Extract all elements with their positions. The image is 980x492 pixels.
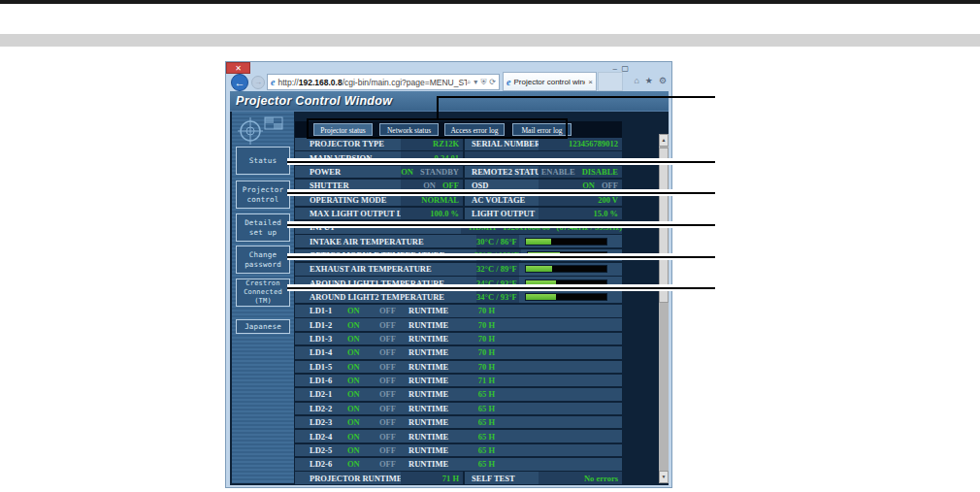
runtime-value: 70 H — [470, 306, 495, 315]
table-row: PROJECTOR RUNTIME71 HSELF TESTNo errors — [295, 472, 622, 484]
search-icon[interactable]: ⌕ — [467, 78, 471, 87]
status-label: LD1-4 — [295, 347, 347, 357]
new-tab-button[interactable] — [598, 72, 623, 91]
page-header-bar: Projector Control Window — [230, 91, 669, 112]
runtime-value: 65 H — [470, 417, 495, 427]
projector-logo-icon — [238, 114, 288, 147]
temperature-bar — [525, 238, 607, 246]
table-row: LD1-5ONOFFRUNTIME70 H — [295, 361, 622, 374]
page-scrollbar[interactable]: ▲ ▼ — [659, 134, 669, 483]
runtime-value: 70 H — [470, 347, 495, 357]
document-gray-band — [0, 34, 980, 47]
status-label: LD1-1 — [295, 306, 347, 315]
status-label: AC VOLTAGE — [465, 195, 539, 205]
runtime-value: 65 H — [470, 445, 495, 455]
runtime-value: 70 H — [470, 334, 495, 344]
callout-line-tabs-vertical — [437, 96, 439, 120]
callout-line-tabs — [437, 96, 715, 98]
table-row: AROUND LIGHT2 TEMPERATURE34°C / 93°F — [295, 291, 622, 304]
sidebar-button-japanese[interactable]: Japanese — [236, 319, 290, 334]
url-text: http://192.168.0.8/cgi-bin/main.cgi?page… — [278, 78, 466, 87]
browser-forward-button[interactable]: → — [251, 76, 265, 89]
status-value: 71 H — [442, 474, 459, 483]
status-value: NORMAL — [421, 195, 459, 205]
window-close-button[interactable]: ✕ — [226, 62, 250, 74]
scroll-up-icon[interactable]: ▲ — [659, 134, 669, 147]
table-row: MAX LIGHT OUTPUT LEVEL100.0 %LIGHT OUTPU… — [295, 208, 622, 220]
sidebar-button-detailed-set-up[interactable]: Detailed set up — [236, 213, 290, 242]
runtime-value: 65 H — [470, 459, 495, 469]
status-label: INTAKE AIR TEMPERATURE — [295, 237, 476, 246]
status-label: LD2-1 — [295, 389, 347, 399]
temperature-value: 34°C / 93°F — [476, 291, 519, 304]
status-label: SELF TEST — [465, 474, 539, 483]
status-label: PROJECTOR RUNTIME — [295, 474, 401, 483]
callout-line-change-password — [287, 253, 715, 260]
runtime-value: 70 H — [470, 320, 495, 330]
status-label: LD2-4 — [295, 432, 347, 442]
table-row: PROJECTOR TYPERZ12KSERIAL NUMBER12345678… — [295, 138, 622, 150]
status-label: SERIAL NUMBER — [465, 139, 539, 148]
status-value: 200 V — [598, 195, 618, 205]
table-row: LD1-1ONOFFRUNTIME70 H — [295, 305, 622, 317]
browser-tab[interactable]: e Projector control window × — [503, 72, 597, 91]
callout-line-status — [287, 158, 715, 165]
runtime-value: 71 H — [470, 376, 495, 385]
table-row: LD2-1ONOFFRUNTIME65 H — [295, 388, 622, 401]
favorites-icon[interactable]: ★ — [645, 76, 653, 85]
status-value: 123456789012 — [569, 139, 618, 148]
status-value: No errors — [584, 474, 618, 483]
caret-down-icon[interactable]: ▾ — [474, 78, 477, 87]
ie-favicon-icon: e — [271, 77, 275, 87]
status-value: ON — [401, 167, 413, 177]
settings-gear-icon[interactable]: ⚙ — [659, 76, 667, 85]
status-label: LIGHT OUTPUT — [465, 209, 539, 218]
status-label: LD1-2 — [295, 320, 347, 330]
table-row: LD2-3ONOFFRUNTIME65 H — [295, 416, 622, 429]
temperature-value: 30°C / 86°F — [476, 235, 519, 247]
ie-favicon-icon: e — [506, 77, 510, 87]
sidebar: StatusProjector controlDetailed set upCh… — [232, 112, 294, 483]
address-bar[interactable]: e http://192.168.0.8/cgi-bin/main.cgi?pa… — [267, 74, 500, 90]
sidebar-button-projector-control[interactable]: Projector control — [236, 180, 290, 209]
status-label: LD1-3 — [295, 334, 347, 344]
status-value: ENABLE — [541, 167, 575, 177]
address-bar-icons: ⌕▾⛨⟳ — [467, 78, 496, 87]
sidebar-button-status[interactable]: Status — [236, 147, 290, 175]
table-row: LD2-6ONOFFRUNTIME65 H — [295, 458, 622, 471]
table-row: INTAKE AIR TEMPERATURE30°C / 86°F — [295, 235, 622, 247]
status-label: PROJECTOR TYPE — [295, 139, 401, 148]
sidebar-button-crestron-connected-tm[interactable]: Crestron Connected (TM) — [236, 279, 290, 307]
status-label: LD2-3 — [295, 417, 347, 427]
table-row: LD2-2ONOFFRUNTIME65 H — [295, 403, 622, 415]
table-row: LD1-2ONOFFRUNTIME70 H — [295, 318, 622, 331]
runtime-value: 65 H — [470, 389, 495, 399]
status-label: OPERATING MODE — [295, 195, 401, 205]
browser-back-button[interactable]: ← — [231, 74, 248, 91]
callout-box-tabs — [307, 118, 568, 139]
status-label: EXHAUST AIR TEMPERATURE — [295, 264, 476, 274]
runtime-value: 70 H — [470, 362, 495, 372]
status-label: AROUND LIGHT2 TEMPERATURE — [295, 292, 476, 302]
temperature-value: 32°C / 89°F — [476, 263, 519, 276]
status-value: DISABLE — [582, 167, 618, 177]
runtime-value: 65 H — [470, 404, 495, 413]
tab-close-icon[interactable]: × — [588, 78, 593, 86]
callout-line-projector-control — [287, 189, 715, 196]
status-value: 15.0 % — [594, 209, 619, 218]
runtime-value: 65 H — [470, 432, 495, 442]
callout-line-crestron — [287, 284, 715, 291]
status-label: LD1-6 — [295, 376, 347, 385]
page-title: Projector Control Window — [236, 94, 392, 108]
table-row: LD2-5ONOFFRUNTIME65 H — [295, 444, 622, 457]
status-value: STANDBY — [420, 167, 459, 177]
status-label: REMOTE2 STATUS — [465, 167, 539, 177]
status-label: POWER — [295, 167, 401, 177]
refresh-icon[interactable]: ⟳ — [489, 78, 496, 87]
compatibility-icon[interactable]: ⛨ — [480, 78, 486, 87]
status-label: LD2-2 — [295, 404, 347, 413]
sidebar-button-change-password[interactable]: Change password — [236, 246, 290, 274]
home-icon[interactable]: ⌂ — [634, 76, 638, 85]
scroll-down-icon[interactable]: ▼ — [659, 471, 669, 483]
table-row: EXHAUST AIR TEMPERATURE32°C / 89°F — [295, 263, 622, 276]
